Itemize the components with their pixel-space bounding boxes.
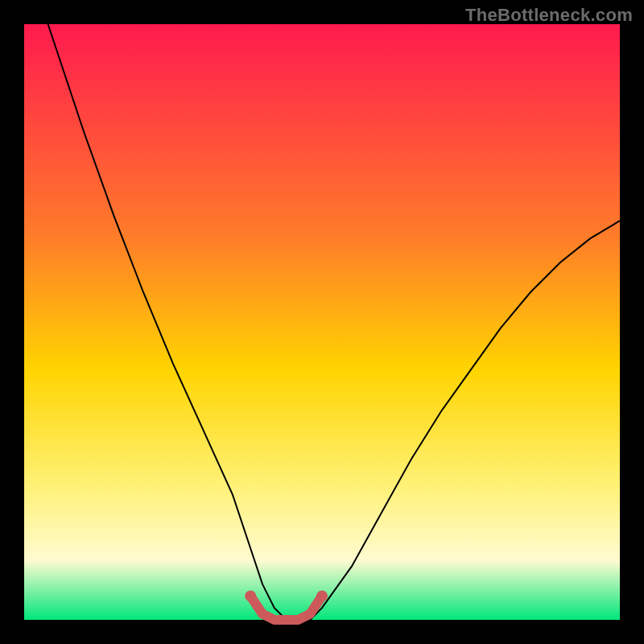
optimal-segment-right-dot [316, 590, 328, 601]
bottleneck-chart [0, 0, 644, 644]
optimal-segment-left-dot [245, 590, 256, 601]
watermark-label: TheBottleneck.com [465, 5, 633, 26]
chart-frame: TheBottleneck.com [0, 0, 644, 644]
plot-background [24, 24, 620, 620]
